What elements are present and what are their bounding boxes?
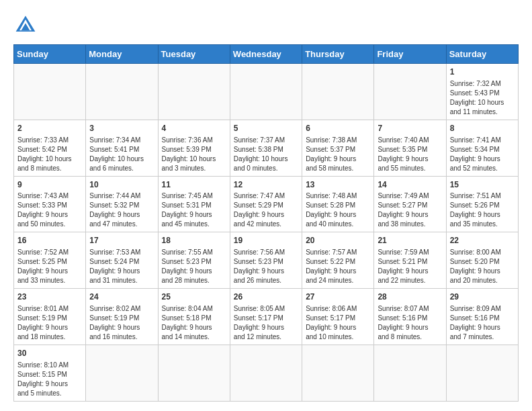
calendar-cell bbox=[158, 345, 230, 401]
cell-content: Sunset: 5:31 PM bbox=[162, 201, 226, 210]
cell-content: Sunset: 5:20 PM bbox=[450, 257, 515, 267]
cell-content: Sunrise: 7:53 AM bbox=[89, 248, 154, 257]
day-number: 20 bbox=[306, 235, 370, 246]
cell-content: and 6 minutes. bbox=[89, 164, 154, 173]
cell-content: Sunset: 5:39 PM bbox=[162, 145, 226, 154]
cell-content: and 11 minutes. bbox=[450, 107, 515, 117]
calendar-cell bbox=[230, 345, 302, 401]
cell-content: Daylight: 9 hours bbox=[234, 323, 298, 332]
cell-content: and 8 minutes. bbox=[378, 332, 442, 342]
day-header-tuesday: Tuesday bbox=[158, 45, 230, 64]
day-number: 19 bbox=[234, 235, 298, 246]
cell-content: Daylight: 9 hours bbox=[234, 210, 298, 220]
cell-content: and 0 minutes. bbox=[234, 164, 298, 173]
calendar-cell bbox=[86, 345, 158, 401]
cell-content: Daylight: 9 hours bbox=[17, 267, 82, 276]
calendar-cell: 25Sunrise: 8:04 AMSunset: 5:18 PMDayligh… bbox=[158, 289, 230, 345]
day-number: 9 bbox=[17, 179, 82, 191]
cell-content: and 45 minutes. bbox=[162, 220, 226, 229]
header bbox=[13, 13, 519, 38]
cell-content: Sunrise: 8:05 AM bbox=[234, 304, 298, 314]
day-number: 7 bbox=[378, 123, 442, 134]
cell-content: Daylight: 9 hours bbox=[89, 267, 154, 276]
day-header-monday: Monday bbox=[86, 45, 158, 64]
calendar-cell bbox=[302, 345, 374, 401]
calendar-cell: 1Sunrise: 7:32 AMSunset: 5:43 PMDaylight… bbox=[446, 64, 518, 120]
cell-content: and 8 minutes. bbox=[17, 164, 82, 173]
cell-content: Sunset: 5:16 PM bbox=[450, 314, 515, 323]
cell-content: Sunrise: 7:37 AM bbox=[234, 136, 298, 145]
cell-content: Sunset: 5:15 PM bbox=[17, 370, 82, 379]
day-number: 13 bbox=[306, 179, 370, 191]
cell-content: Daylight: 9 hours bbox=[234, 267, 298, 276]
cell-content: Sunrise: 8:01 AM bbox=[17, 304, 82, 314]
cell-content: Sunset: 5:27 PM bbox=[378, 201, 442, 210]
day-number: 28 bbox=[378, 291, 442, 303]
calendar-cell: 2Sunrise: 7:33 AMSunset: 5:42 PMDaylight… bbox=[14, 120, 86, 176]
calendar-cell: 6Sunrise: 7:38 AMSunset: 5:37 PMDaylight… bbox=[302, 120, 374, 176]
calendar-cell: 11Sunrise: 7:45 AMSunset: 5:31 PMDayligh… bbox=[158, 176, 230, 232]
calendar-cell: 20Sunrise: 7:57 AMSunset: 5:22 PMDayligh… bbox=[302, 232, 374, 289]
cell-content: and 3 minutes. bbox=[162, 164, 226, 173]
calendar-cell: 27Sunrise: 8:06 AMSunset: 5:17 PMDayligh… bbox=[302, 289, 374, 345]
day-number: 6 bbox=[306, 123, 370, 134]
cell-content: Sunset: 5:21 PM bbox=[378, 257, 442, 267]
day-number: 15 bbox=[450, 179, 515, 191]
cell-content: Sunset: 5:32 PM bbox=[89, 201, 154, 210]
cell-content: Sunset: 5:17 PM bbox=[306, 314, 370, 323]
cell-content: and 26 minutes. bbox=[234, 276, 298, 285]
cell-content: Sunset: 5:17 PM bbox=[234, 314, 298, 323]
day-number: 22 bbox=[450, 235, 515, 246]
day-header-friday: Friday bbox=[374, 45, 446, 64]
cell-content: Sunrise: 8:02 AM bbox=[89, 304, 154, 314]
calendar-cell: 22Sunrise: 8:00 AMSunset: 5:20 PMDayligh… bbox=[446, 232, 518, 289]
cell-content: Daylight: 9 hours bbox=[306, 210, 370, 220]
cell-content: Sunrise: 8:00 AM bbox=[450, 248, 515, 257]
day-header-thursday: Thursday bbox=[302, 45, 374, 64]
cell-content: Sunrise: 7:36 AM bbox=[162, 136, 226, 145]
cell-content: Sunrise: 8:07 AM bbox=[378, 304, 442, 314]
calendar-cell bbox=[230, 64, 302, 120]
cell-content: Sunset: 5:37 PM bbox=[306, 145, 370, 154]
cell-content: Daylight: 9 hours bbox=[450, 267, 515, 276]
calendar-cell: 15Sunrise: 7:51 AMSunset: 5:26 PMDayligh… bbox=[446, 176, 518, 232]
calendar-week-6: 30Sunrise: 8:10 AMSunset: 5:15 PMDayligh… bbox=[14, 345, 519, 401]
cell-content: Sunset: 5:43 PM bbox=[450, 89, 515, 98]
cell-content: and 22 minutes. bbox=[378, 276, 442, 285]
cell-content: and 12 minutes. bbox=[234, 332, 298, 342]
cell-content: and 14 minutes. bbox=[162, 332, 226, 342]
cell-content: Daylight: 9 hours bbox=[450, 323, 515, 332]
cell-content: and 7 minutes. bbox=[450, 332, 515, 342]
day-number: 16 bbox=[17, 235, 82, 246]
cell-content: Daylight: 10 hours bbox=[89, 154, 154, 164]
cell-content: and 28 minutes. bbox=[162, 276, 226, 285]
cell-content: Daylight: 9 hours bbox=[306, 154, 370, 164]
cell-content: Sunrise: 7:57 AM bbox=[306, 248, 370, 257]
cell-content: Sunrise: 7:43 AM bbox=[17, 191, 82, 201]
logo-icon bbox=[13, 13, 38, 38]
cell-content: Sunrise: 7:45 AM bbox=[162, 191, 226, 201]
cell-content: and 33 minutes. bbox=[17, 276, 82, 285]
cell-content: Daylight: 9 hours bbox=[378, 267, 442, 276]
day-number: 26 bbox=[234, 291, 298, 303]
cell-content: Sunrise: 8:09 AM bbox=[450, 304, 515, 314]
cell-content: Sunrise: 7:55 AM bbox=[162, 248, 226, 257]
cell-content: Daylight: 9 hours bbox=[162, 267, 226, 276]
day-number: 11 bbox=[162, 179, 226, 191]
calendar-cell: 19Sunrise: 7:56 AMSunset: 5:23 PMDayligh… bbox=[230, 232, 302, 289]
calendar-cell: 24Sunrise: 8:02 AMSunset: 5:19 PMDayligh… bbox=[86, 289, 158, 345]
cell-content: Sunset: 5:19 PM bbox=[89, 314, 154, 323]
day-number: 1 bbox=[450, 66, 515, 78]
day-number: 14 bbox=[378, 179, 442, 191]
calendar-cell: 26Sunrise: 8:05 AMSunset: 5:17 PMDayligh… bbox=[230, 289, 302, 345]
cell-content: and 10 minutes. bbox=[306, 332, 370, 342]
calendar-cell bbox=[374, 345, 446, 401]
calendar-cell: 13Sunrise: 7:48 AMSunset: 5:28 PMDayligh… bbox=[302, 176, 374, 232]
cell-content: Sunset: 5:24 PM bbox=[89, 257, 154, 267]
cell-content: Sunrise: 7:47 AM bbox=[234, 191, 298, 201]
cell-content: Sunrise: 7:34 AM bbox=[89, 136, 154, 145]
day-number: 27 bbox=[306, 291, 370, 303]
cell-content: Sunset: 5:29 PM bbox=[234, 201, 298, 210]
calendar-cell bbox=[158, 64, 230, 120]
calendar-cell: 10Sunrise: 7:44 AMSunset: 5:32 PMDayligh… bbox=[86, 176, 158, 232]
